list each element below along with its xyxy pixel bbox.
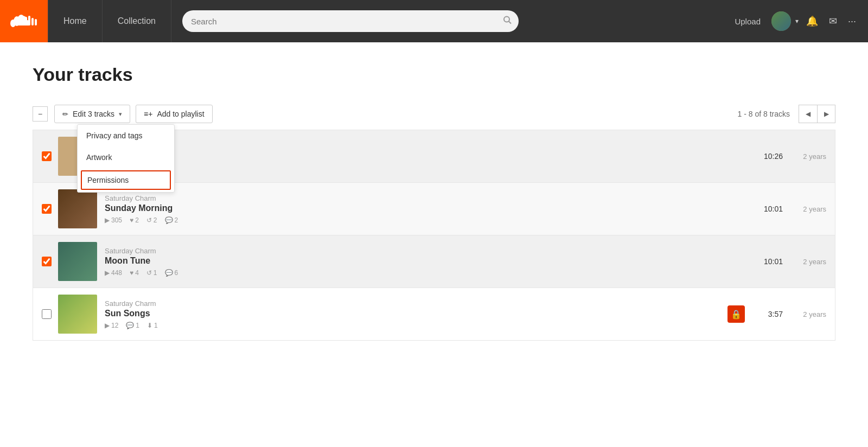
header-right: Upload ▾ 🔔 ✉ ···	[728, 11, 868, 31]
stat-likes-2: ♥ 2	[130, 216, 139, 224]
collapse-button[interactable]: −	[33, 106, 48, 122]
main-nav: Home Collection	[48, 0, 171, 42]
svg-rect-6	[35, 19, 37, 25]
track-info-2: Saturday Charm Sunday Morning ▶ 305 ♥ 2 …	[105, 194, 756, 224]
track-checkbox-3[interactable]	[42, 257, 52, 266]
track-age-3: 2 years	[794, 258, 826, 266]
comment-icon: 💬	[165, 269, 173, 277]
track-checkbox-2[interactable]	[42, 204, 52, 214]
add-to-playlist-label: Add to playlist	[157, 110, 204, 118]
repost-icon: ↺	[146, 269, 152, 277]
track-checkbox-4[interactable]	[42, 309, 52, 319]
track-age-4: 2 years	[794, 310, 826, 318]
search-icon	[502, 15, 512, 25]
track-info-4: Saturday Charm Sun Songs ▶ 12 💬 1 ⬇ 1	[105, 299, 727, 329]
track-title-3: Moon Tune	[105, 256, 756, 266]
stat-downloads-4: ⬇ 1	[147, 322, 158, 329]
comment-icon: 💬	[165, 216, 173, 224]
pencil-icon: ✏	[62, 110, 68, 118]
soundcloud-logo-icon	[10, 14, 38, 29]
dropdown-item-artwork[interactable]: Artwork	[78, 146, 174, 168]
stat-plays-4: ▶ 12	[105, 322, 118, 329]
track-title-2: Sunday Morning	[105, 203, 756, 213]
svg-line-8	[509, 22, 511, 24]
nav-collection[interactable]: Collection	[103, 0, 171, 42]
track-artist-1: Saturday Charm	[105, 147, 756, 155]
track-count-info: 1 - 8 of 8 tracks	[738, 110, 790, 118]
dropdown-item-permissions[interactable]: Permissions	[81, 170, 171, 190]
track-thumbnail-2	[58, 189, 97, 228]
track-duration-3: 10:01	[756, 257, 783, 266]
stat-plays-2: ▶ 305	[105, 216, 122, 224]
toolbar: − ✏ Edit 3 tracks ▾ Privacy and tags Art…	[33, 105, 835, 123]
track-thumbnail-4	[58, 295, 97, 334]
search-area	[182, 10, 717, 32]
dropdown-item-privacy-tags[interactable]: Privacy and tags	[78, 125, 174, 146]
search-button[interactable]	[502, 15, 512, 28]
stat-comments-3: 💬 6	[165, 269, 178, 277]
stat-comments-2: 💬 2	[165, 216, 178, 224]
edit-tracks-label: Edit 3 tracks	[73, 110, 114, 118]
download-icon: ⬇	[147, 322, 152, 329]
table-row: Saturday Charm Moon Tune ▶ 448 ♥ 4 ↺ 1	[33, 235, 835, 288]
track-duration-1: 10:26	[756, 152, 783, 161]
lock-badge: 🔒	[727, 305, 745, 323]
page-title: Your tracks	[33, 64, 835, 85]
notification-bell-icon[interactable]: 🔔	[803, 15, 821, 27]
upload-button[interactable]: Upload	[728, 17, 767, 26]
next-page-button[interactable]: ▶	[817, 105, 835, 123]
stat-reposts-3: ↺ 1	[146, 269, 157, 277]
track-stats-3: ▶ 448 ♥ 4 ↺ 1 💬 6	[105, 269, 756, 277]
stat-likes-3: ♥ 4	[130, 269, 139, 277]
play-icon: ▶	[105, 216, 110, 224]
track-age-1: 2 years	[794, 152, 826, 161]
prev-page-button[interactable]: ◀	[799, 105, 817, 123]
track-info-1: Saturday Charm ↺ 1 💬 5	[105, 147, 756, 166]
stat-reposts-2: ↺ 2	[146, 216, 157, 224]
edit-tracks-dropdown: Privacy and tags Artwork Permissions	[77, 124, 175, 193]
search-input[interactable]	[182, 10, 519, 32]
stat-plays-3: ▶ 448	[105, 269, 122, 277]
track-age-2: 2 years	[794, 205, 826, 213]
lock-icon: 🔒	[731, 309, 742, 320]
table-row: Saturday Charm Sun Songs ▶ 12 💬 1 ⬇ 1	[33, 288, 835, 340]
add-to-playlist-button[interactable]: ≡+ Add to playlist	[136, 105, 213, 123]
track-duration-4: 3:57	[756, 310, 783, 318]
header: Home Collection Upload ▾ 🔔 ✉ ···	[0, 0, 868, 42]
nav-home[interactable]: Home	[48, 0, 103, 42]
track-info-3: Saturday Charm Moon Tune ▶ 448 ♥ 4 ↺ 1	[105, 247, 756, 277]
svg-rect-5	[31, 18, 34, 25]
comment-icon: 💬	[126, 322, 134, 329]
repost-icon: ↺	[146, 216, 152, 224]
track-checkbox-1[interactable]	[42, 151, 52, 161]
avatar-chevron-icon[interactable]: ▾	[795, 17, 799, 25]
track-artist-4: Saturday Charm	[105, 299, 727, 308]
avatar[interactable]	[771, 11, 791, 31]
pagination-controls: ◀ ▶	[799, 105, 835, 123]
track-thumbnail-3	[58, 242, 97, 281]
track-stats-2: ▶ 305 ♥ 2 ↺ 2 💬 2	[105, 216, 756, 224]
track-artist-2: Saturday Charm	[105, 194, 756, 202]
track-artist-3: Saturday Charm	[105, 247, 756, 255]
more-options-icon[interactable]: ···	[845, 16, 859, 27]
track-duration-2: 10:01	[756, 205, 783, 213]
play-icon: ▶	[105, 322, 110, 329]
main-content: Your tracks − ✏ Edit 3 tracks ▾ Privacy …	[0, 42, 868, 362]
edit-tracks-chevron-icon: ▾	[119, 111, 122, 118]
avatar-image	[771, 11, 791, 31]
add-playlist-icon: ≡+	[144, 110, 152, 118]
edit-tracks-button[interactable]: ✏ Edit 3 tracks ▾	[54, 105, 130, 123]
svg-point-7	[504, 17, 509, 22]
mail-icon[interactable]: ✉	[826, 15, 840, 27]
heart-icon: ♥	[130, 269, 133, 277]
logo[interactable]	[0, 0, 48, 42]
track-stats-1: ↺ 1 💬 5	[105, 158, 756, 166]
track-stats-4: ▶ 12 💬 1 ⬇ 1	[105, 322, 727, 329]
play-icon: ▶	[105, 269, 110, 277]
stat-comments-4: 💬 1	[126, 322, 139, 329]
heart-icon: ♥	[130, 216, 133, 224]
track-title-4: Sun Songs	[105, 309, 727, 318]
